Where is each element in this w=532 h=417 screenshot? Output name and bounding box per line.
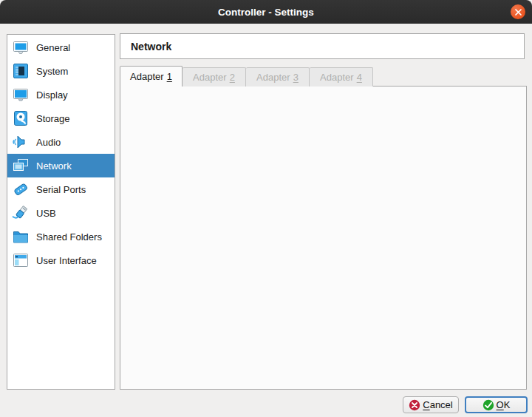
tab-label: Adapter: [320, 72, 354, 83]
ok-button[interactable]: OK: [465, 396, 528, 413]
tab-label: Adapter: [193, 72, 227, 83]
sidebar-item-label: Display: [36, 89, 68, 101]
tab-mnemonic: 4: [357, 72, 362, 83]
sidebar-item-label: Audio: [36, 137, 61, 148]
network-icon: [11, 156, 30, 175]
adapter-tabbar: Adapter1 Adapter2 Adapter3 Adapter4: [120, 67, 373, 87]
sidebar-item-label: Storage: [36, 113, 70, 124]
cancel-label: Cancel: [423, 399, 452, 410]
sidebar-item-label: Serial Ports: [36, 184, 86, 195]
sidebar-item-storage[interactable]: Storage: [7, 106, 115, 130]
sidebar-item-serial-ports[interactable]: Serial Ports: [7, 177, 115, 201]
tab-adapter-3: Adapter3: [246, 67, 310, 87]
system-icon: [11, 61, 30, 81]
sidebar-item-general[interactable]: General: [7, 35, 115, 59]
sidebar-item-label: USB: [36, 208, 56, 219]
tab-mnemonic: 3: [293, 72, 299, 83]
cancel-button[interactable]: Cancel: [403, 396, 459, 413]
cancel-icon: [409, 399, 420, 411]
tab-label: Adapter: [256, 72, 290, 83]
ok-label: OK: [497, 399, 511, 410]
sidebar-item-label: Shared Folders: [36, 231, 102, 243]
audio-icon: [11, 132, 30, 152]
shared-folders-icon: [11, 227, 30, 246]
sidebar-item-user-interface[interactable]: User Interface: [7, 248, 115, 272]
serial-ports-icon: [11, 180, 30, 199]
sidebar-item-system[interactable]: System: [7, 59, 115, 83]
titlebar: Controller - Settings: [0, 0, 532, 24]
sidebar-item-label: Network: [36, 160, 72, 172]
sidebar-item-shared-folders[interactable]: Shared Folders: [7, 225, 115, 248]
tab-adapter-4: Adapter4: [310, 67, 373, 87]
page-header: Network: [120, 33, 525, 59]
sidebar-item-usb[interactable]: USB: [7, 201, 115, 225]
storage-icon: [11, 109, 30, 128]
ok-icon: [482, 399, 494, 411]
tab-label: Adapter: [130, 71, 164, 82]
sidebar-item-display[interactable]: Display: [7, 83, 115, 106]
settings-category-list: General System Display Storage Audio Net…: [7, 34, 115, 390]
tab-mnemonic: 1: [167, 71, 172, 82]
user-interface-icon: [11, 251, 30, 270]
tab-adapter-2: Adapter2: [183, 67, 246, 87]
sidebar-item-label: System: [36, 66, 68, 77]
window-title: Controller - Settings: [218, 7, 314, 18]
usb-icon: [11, 203, 30, 223]
display-icon: [11, 85, 30, 104]
tab-mnemonic: 2: [230, 72, 235, 83]
adapter-1-panel: [120, 86, 527, 390]
sidebar-item-label: General: [36, 42, 70, 53]
page-title: Network: [131, 41, 171, 52]
close-icon: [514, 8, 522, 16]
close-button[interactable]: [511, 4, 525, 19]
tab-adapter-1[interactable]: Adapter1: [120, 66, 183, 87]
general-icon: [11, 38, 30, 57]
sidebar-item-network[interactable]: Network: [7, 154, 115, 177]
sidebar-item-audio[interactable]: Audio: [7, 130, 115, 154]
sidebar-item-label: User Interface: [36, 255, 97, 266]
